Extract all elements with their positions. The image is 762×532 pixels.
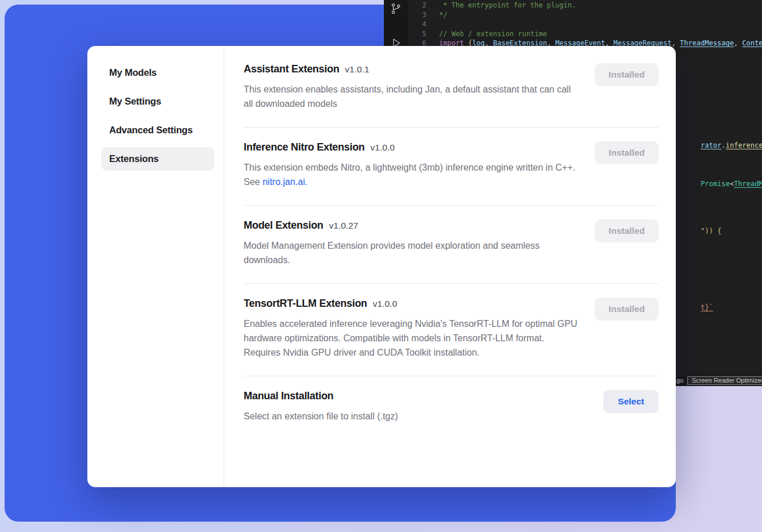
extension-title: Assistant Extension — [244, 63, 339, 75]
line-number: 4 — [408, 20, 426, 29]
manual-installation-description: Select an extension file to install (.tg… — [244, 409, 398, 423]
extension-version: v1.0.0 — [371, 142, 395, 153]
extension-row-inference-nitro: Inference Nitro Extension v1.0.0 This ex… — [244, 127, 659, 205]
installed-button[interactable]: Installed — [595, 141, 659, 164]
extension-description: Enables accelerated inference leveraging… — [244, 317, 580, 360]
sidebar-item-advanced-settings[interactable]: Advanced Settings — [101, 118, 214, 142]
code-fragment-promise: Promise<ThreadMessage> — [676, 170, 762, 198]
screen-reader-optimized-button[interactable]: Screen Reader Optimized — [687, 376, 762, 385]
code-fragment-template: t}` — [676, 294, 713, 321]
installed-button[interactable]: Installed — [595, 219, 659, 242]
settings-modal: My Models My Settings Advanced Settings … — [87, 46, 676, 487]
code-text: t}` — [701, 303, 713, 311]
sidebar-item-my-settings[interactable]: My Settings — [101, 90, 214, 113]
extension-title: Inference Nitro Extension — [244, 141, 365, 153]
code-area: 2* The entrypoint for the plugin. 3*/ 4 … — [408, 1, 762, 48]
code-fragment-inference: rator.inference(data)); — [676, 132, 762, 159]
code-text: ThreadMessage — [734, 180, 762, 188]
status-item-go[interactable]: go — [676, 377, 683, 384]
line-number: 5 — [408, 29, 426, 39]
manual-installation-row: Manual Installation Select an extension … — [244, 376, 659, 440]
select-file-button[interactable]: Select — [603, 390, 659, 413]
extension-title: Model Extension — [244, 219, 324, 232]
code-text: ThreadMessage — [680, 38, 734, 48]
code-text: Promise — [701, 180, 730, 188]
code-line: 4 — [408, 20, 762, 29]
code-fragment-paren: ")) { — [676, 217, 721, 245]
code-text: */ — [439, 10, 447, 20]
sidebar-item-extensions[interactable]: Extensions — [101, 147, 214, 171]
extension-version: v1.0.27 — [329, 221, 359, 231]
extension-title: TensortRT-LLM Extension — [244, 298, 367, 310]
extension-row-tensorrt-llm: TensortRT-LLM Extension v1.0.0 Enables a… — [244, 283, 659, 376]
manual-installation-title: Manual Installation — [244, 390, 333, 402]
extension-description: Model Management Extension provides mode… — [244, 238, 580, 267]
sidebar-item-my-models[interactable]: My Models — [101, 61, 214, 84]
code-line: 2* The entrypoint for the plugin. — [408, 1, 762, 10]
code-line: 3*/ — [408, 10, 762, 20]
line-number: 2 — [408, 1, 426, 10]
installed-button[interactable]: Installed — [595, 298, 659, 321]
code-text: rator — [701, 141, 721, 149]
extensions-list: Assistant Extension v1.0.1 This extensio… — [224, 46, 676, 487]
code-text: , — [734, 38, 742, 48]
code-text: , — [672, 38, 680, 48]
line-number: 3 — [408, 10, 426, 20]
settings-sidebar: My Models My Settings Advanced Settings … — [87, 46, 224, 487]
extension-description: This extension enables assistants, inclu… — [244, 82, 580, 111]
extension-version: v1.0.1 — [345, 64, 369, 75]
code-text: ")) { — [701, 227, 721, 235]
page-background: 2* The entrypoint for the plugin. 3*/ 4 … — [0, 0, 762, 532]
extension-row-assistant: Assistant Extension v1.0.1 This extensio… — [244, 49, 659, 127]
extension-row-model: Model Extension v1.0.27 Model Management… — [244, 205, 659, 283]
code-line: 5// Web / extension runtime — [408, 29, 762, 39]
nitro-jan-ai-link[interactable]: nitro.jan.ai. — [263, 177, 307, 187]
code-text: * The entrypoint for the plugin. — [439, 1, 576, 10]
extension-version: v1.0.0 — [373, 299, 397, 309]
code-text: ContentType — [742, 38, 762, 48]
code-text: . — [721, 141, 725, 149]
installed-button[interactable]: Installed — [595, 63, 659, 86]
extension-description: This extension embeds Nitro, a lightweig… — [244, 160, 580, 189]
source-control-icon[interactable] — [384, 0, 408, 17]
code-text: inference — [726, 141, 762, 149]
code-text: // Web / extension runtime — [439, 29, 547, 39]
